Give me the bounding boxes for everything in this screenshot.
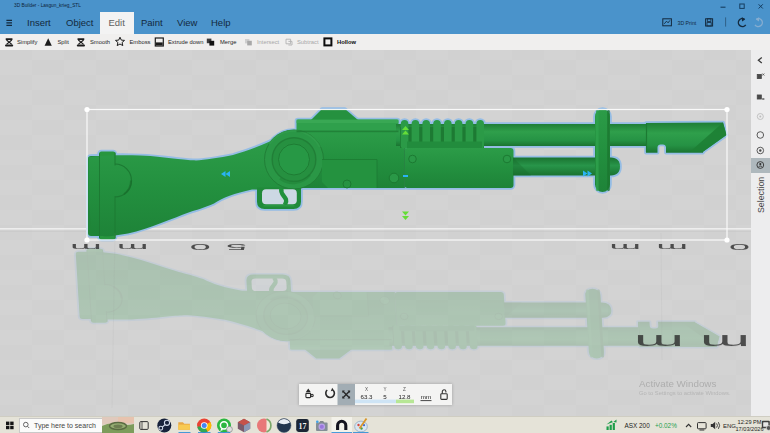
svg-text:3D Print: 3D Print [678,20,697,26]
svg-text:17/03/2026: 17/03/2026 [736,426,764,432]
svg-text:mm: mm [421,393,431,400]
svg-text:ASX 200: ASX 200 [625,422,651,429]
svg-text:63.3: 63.3 [360,393,373,400]
svg-text:ENG: ENG [723,423,736,429]
svg-text:Z: Z [403,387,406,392]
svg-text:Go to Settings to activate Win: Go to Settings to activate Windows. [639,390,731,396]
svg-text:0 mm: 0 mm [594,242,750,253]
svg-text:17: 17 [299,422,307,431]
svg-text:Selection: Selection [756,177,766,213]
svg-text:mm: mm [618,332,750,354]
svg-text:X: X [365,387,368,392]
svg-text:50 mm: 50 mm [55,242,247,253]
svg-text:Type here to search: Type here to search [34,422,96,430]
svg-text:12.8: 12.8 [398,393,411,400]
svg-text:Activate Windows: Activate Windows [639,378,716,389]
svg-text:12:29 PM: 12:29 PM [738,419,762,425]
svg-text:Y: Y [383,387,386,392]
svg-text:+0.02%: +0.02% [655,422,677,429]
svg-text:5: 5 [383,393,387,400]
